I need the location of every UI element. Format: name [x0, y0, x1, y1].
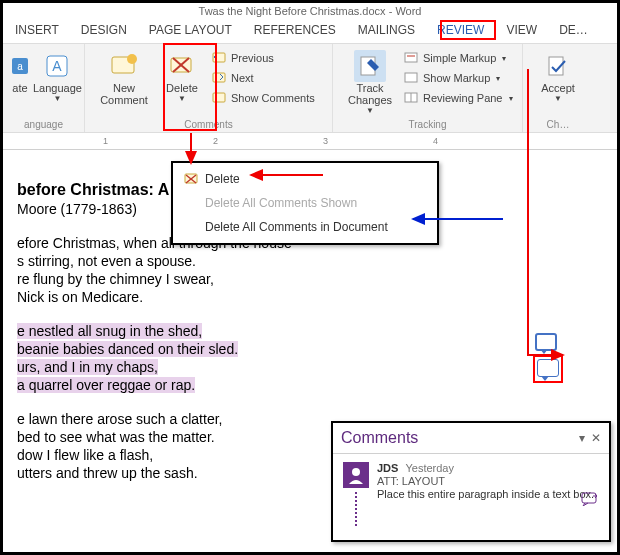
- group-language: a ate A Language ▼ anguage: [3, 44, 85, 132]
- svg-text:A: A: [53, 58, 63, 74]
- comments-pane-title: Comments: [341, 429, 418, 447]
- show-markup-label: Show Markup: [423, 72, 490, 84]
- reviewing-pane-label: Reviewing Pane: [423, 92, 503, 104]
- translate-label: ate: [12, 82, 27, 94]
- group-tracking-label: Tracking: [339, 119, 516, 132]
- translate-button[interactable]: a ate: [9, 48, 31, 96]
- tab-view[interactable]: VIEW: [506, 23, 537, 37]
- menu-item-delete[interactable]: Delete: [173, 167, 437, 191]
- menu-item-delete-all[interactable]: Delete All Comments in Document: [173, 215, 437, 239]
- comment-item[interactable]: JDS Yesterday ATT: LAYOUT Place this ent…: [333, 454, 609, 540]
- tab-references[interactable]: REFERENCES: [254, 23, 336, 37]
- stanza-1: efore Christmas, when all through the ho…: [17, 235, 617, 305]
- comment-bubble-icon[interactable]: [535, 333, 557, 351]
- delete-dropdown-menu: Delete Delete All Comments Shown Delete …: [171, 161, 439, 245]
- track-changes-label: Track Changes: [341, 82, 399, 106]
- thread-line: [355, 492, 357, 526]
- reviewing-pane-button[interactable]: Reviewing Pane ▾: [403, 88, 513, 108]
- group-language-label: anguage: [9, 119, 78, 132]
- reviewing-pane-icon: [403, 90, 419, 106]
- accept-label: Accept: [541, 82, 575, 94]
- comments-pane-close-icon[interactable]: ✕: [591, 431, 601, 445]
- svg-point-5: [127, 54, 137, 64]
- tab-dev[interactable]: DE…: [559, 23, 588, 37]
- tab-mailings[interactable]: MAILINGS: [358, 23, 415, 37]
- track-changes-icon: [354, 50, 386, 82]
- language-label: Language: [33, 82, 82, 94]
- comment-att: ATT: LAYOUT: [377, 475, 599, 487]
- previous-label: Previous: [231, 52, 274, 64]
- svg-rect-13: [405, 53, 417, 62]
- doc-line-hl: beanie babies danced on their sled.: [17, 341, 238, 357]
- menu-item-delete-all-label: Delete All Comments in Document: [205, 220, 388, 234]
- reply-icon[interactable]: [581, 492, 599, 508]
- comments-pane-menu-icon[interactable]: ▾: [579, 431, 585, 445]
- track-changes-button[interactable]: Track Changes ▼: [339, 48, 401, 117]
- annotation-delete-highlight: [163, 43, 217, 131]
- menu-item-delete-shown: Delete All Comments Shown: [173, 191, 437, 215]
- tab-design[interactable]: DESIGN: [81, 23, 127, 37]
- globe-icon: A: [41, 50, 73, 82]
- svg-rect-15: [405, 73, 417, 82]
- comment-time: Yesterday: [405, 462, 454, 474]
- ruler-mark: 2: [213, 136, 218, 146]
- new-comment-label: New Comment: [93, 82, 155, 106]
- doc-line-hl: a quarrel over reggae or rap.: [17, 377, 195, 393]
- comment-author: JDS: [377, 462, 398, 474]
- show-comments-label: Show Comments: [231, 92, 315, 104]
- doc-line-hl: urs, and I in my chaps,: [17, 359, 158, 375]
- comments-pane-header: Comments ▾ ✕: [333, 423, 609, 454]
- group-changes-label: Ch…: [529, 119, 587, 132]
- next-label: Next: [231, 72, 254, 84]
- language-button[interactable]: A Language ▼: [31, 48, 84, 105]
- group-changes: Accept ▼ Ch…: [523, 44, 593, 132]
- doc-line-hl: e nestled all snug in the shed,: [17, 323, 202, 339]
- markup-icon: [403, 50, 419, 66]
- menu-item-delete-shown-label: Delete All Comments Shown: [205, 196, 357, 210]
- svg-point-22: [352, 468, 360, 476]
- ruler: 1 2 3 4: [3, 134, 617, 150]
- ruler-mark: 1: [103, 136, 108, 146]
- new-comment-icon: [108, 50, 140, 82]
- menu-item-delete-label: Delete: [205, 172, 240, 186]
- comment-text: Place this entire paragraph inside a tex…: [377, 488, 599, 500]
- accept-icon: [542, 50, 574, 82]
- ribbon-body: a ate A Language ▼ anguage: [3, 43, 617, 133]
- avatar: [343, 462, 369, 488]
- window-title: Twas the Night Before Christmas.docx - W…: [3, 3, 617, 21]
- ruler-mark: 3: [323, 136, 328, 146]
- doc-line: re flung by the chimney I swear,: [17, 271, 617, 287]
- annotation-tab-highlight: [440, 20, 496, 40]
- show-markup-icon: [403, 70, 419, 86]
- simple-markup-label: Simple Markup: [423, 52, 496, 64]
- ruler-mark: 4: [433, 136, 438, 146]
- annotation-bubble-highlight: [533, 355, 563, 383]
- next-comment-button[interactable]: Next: [211, 68, 315, 88]
- delete-icon: [183, 171, 199, 187]
- show-markup-button[interactable]: Show Markup ▾: [403, 68, 513, 88]
- doc-line: s stirring, not even a spouse.: [17, 253, 617, 269]
- group-tracking: Track Changes ▼ Simple Markup ▾ Show Mar…: [333, 44, 523, 132]
- new-comment-button[interactable]: New Comment: [91, 48, 157, 108]
- ribbon-tabs: INSERT DESIGN PAGE LAYOUT REFERENCES MAI…: [15, 23, 617, 37]
- doc-line: Nick is on Medicare.: [17, 289, 617, 305]
- previous-comment-button[interactable]: Previous: [211, 48, 315, 68]
- stanza-2-highlighted: e nestled all snug in the shed, beanie b…: [17, 323, 617, 393]
- show-comments-button[interactable]: Show Comments: [211, 88, 315, 108]
- simple-markup-select[interactable]: Simple Markup ▾: [403, 48, 513, 68]
- svg-text:a: a: [17, 61, 23, 72]
- tab-page-layout[interactable]: PAGE LAYOUT: [149, 23, 232, 37]
- comments-pane: Comments ▾ ✕ JDS Yesterday ATT: LAYOUT P…: [331, 421, 611, 542]
- accept-button[interactable]: Accept ▼: [529, 48, 587, 105]
- svg-rect-23: [582, 493, 596, 503]
- tab-insert[interactable]: INSERT: [15, 23, 59, 37]
